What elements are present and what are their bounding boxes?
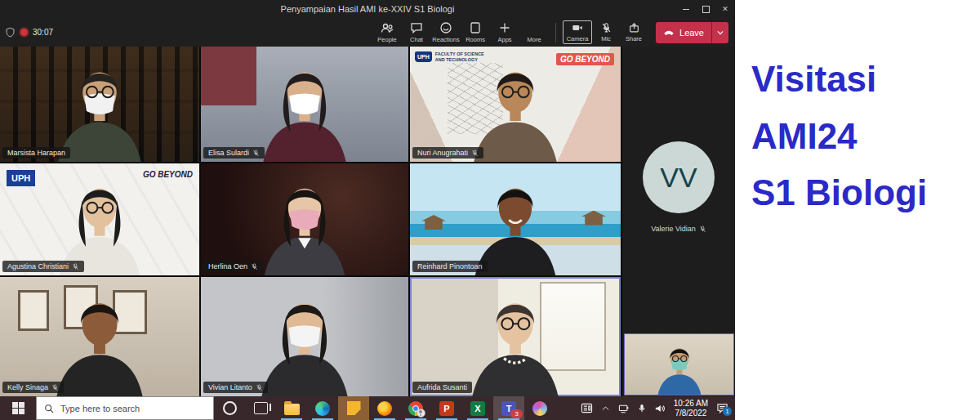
taskbar-app-cortana[interactable] <box>214 396 245 420</box>
participant-tile-nuri-anugrahati[interactable]: UPHFACULTY OF SCIENCE AND TECHNOLOGYGO B… <box>410 47 621 162</box>
participant-tile-agustina-christiani[interactable]: UPHGO BEYONDAgustina Christiani <box>0 163 199 275</box>
person-silhouette <box>47 170 153 275</box>
mic-button[interactable]: Mic <box>592 22 620 42</box>
cortana-icon <box>223 401 237 415</box>
more-icon <box>528 21 541 34</box>
speaker-icon[interactable] <box>654 404 666 413</box>
toolbar-tab-reactions[interactable]: Reactions <box>431 21 461 43</box>
meeting-timer: 30:07 <box>33 28 53 37</box>
edge-icon <box>315 401 330 416</box>
system-tray: 10:26 AM 7/8/2022 1 <box>581 396 735 420</box>
participant-tile-aufrida-susanti[interactable]: Aufrida Susanti <box>410 277 621 396</box>
participant-name-label: Marsista Harapan <box>2 147 70 159</box>
participant-tile-reinhard-pinontoan[interactable]: Reinhard Pinontoan <box>410 163 621 275</box>
chrome-profile-avatar <box>416 409 425 418</box>
person-silhouette <box>248 284 362 396</box>
taskbar-app-sticky-notes[interactable] <box>338 396 369 420</box>
stage-right-column: VV Valerie Vidian <box>622 47 735 396</box>
task-view-icon <box>254 402 268 414</box>
participant-name-label: Valerie Vidian <box>622 225 735 233</box>
maximize-button[interactable] <box>696 0 715 18</box>
participant-name-label: Nuri Anugrahati <box>412 147 483 159</box>
mic-muted-icon <box>251 263 258 270</box>
teams-unread-badge: 3 <box>510 409 523 418</box>
person-silhouette <box>462 170 568 275</box>
mic-muted-icon <box>252 150 260 157</box>
excel-icon: X <box>470 401 485 416</box>
start-button[interactable] <box>0 396 36 420</box>
search-input[interactable]: Type here to search <box>36 396 214 420</box>
person-silhouette <box>650 338 707 395</box>
minimize-button[interactable] <box>676 0 696 18</box>
toolbar-tab-chat[interactable]: Chat <box>402 21 431 43</box>
toolbar-divider <box>555 23 556 42</box>
participant-tile-herlina-oen[interactable]: Herlina Oen <box>201 163 408 275</box>
action-center-icon[interactable]: 1 <box>716 403 728 413</box>
participant-tile-marsista-harapan[interactable]: Marsista Harapan <box>0 47 199 162</box>
taskbar-app-file-explorer[interactable] <box>276 396 307 420</box>
tray-chevron-up-icon[interactable] <box>601 404 610 412</box>
taskbar-app-chrome[interactable] <box>400 396 431 420</box>
uph-shield-icon: UPH <box>415 51 432 62</box>
go-beyond-text: GO BEYOND <box>143 170 193 179</box>
go-beyond-text: GO BEYOND <box>556 53 614 65</box>
leave-button[interactable]: Leave <box>656 22 728 43</box>
taskbar-clock[interactable]: 10:26 AM 7/8/2022 <box>674 399 708 418</box>
side-note-text: VisitasiAMI24S1 Biologi <box>751 51 980 221</box>
toolbar-tab-more[interactable]: More <box>519 21 549 43</box>
apps-icon <box>498 21 511 34</box>
meeting-toolbar: 30:07 PeopleChatReactionsRoomsAppsMore C… <box>0 18 735 47</box>
chrome-icon <box>408 401 423 416</box>
toolbar-tab-people[interactable]: People <box>372 21 402 43</box>
participant-name-label: Reinhard Pinontoan <box>412 261 488 272</box>
participant-name-label: Kelly Sinaga <box>2 382 64 393</box>
person-silhouette <box>43 284 157 396</box>
reactions-icon <box>439 21 452 34</box>
share-button[interactable]: Share <box>620 22 648 42</box>
mic-muted-icon <box>471 150 479 157</box>
side-note-line: AMI24 <box>751 108 980 165</box>
participant-name-label: Vivian Litanto <box>203 382 268 393</box>
side-note-panel: VisitasiAMI24S1 Biologi <box>735 0 980 420</box>
participant-tile-kelly-sinaga[interactable]: Kelly Sinaga <box>0 277 199 396</box>
tray-mic-icon[interactable] <box>638 403 646 413</box>
firefox-icon <box>377 401 392 416</box>
taskbar-app-excel[interactable]: X <box>462 396 493 420</box>
uph-fast-logo: UPHFACULTY OF SCIENCE AND TECHNOLOGY <box>415 51 486 63</box>
windows-logo-icon <box>12 402 24 414</box>
people-icon <box>381 21 394 34</box>
share-icon <box>628 22 640 34</box>
side-note-line: S1 Biologi <box>751 164 980 221</box>
mic-muted-icon <box>72 263 79 270</box>
uph-logo: UPH <box>7 170 35 186</box>
teams-meeting-window: Penyampaian Hasil AMI ke-XXIV S1 Biologi… <box>0 0 735 396</box>
side-note-line: Visitasi <box>751 51 980 108</box>
notification-badge: 1 <box>723 407 732 416</box>
camera-button[interactable]: Camera <box>563 20 592 44</box>
leave-options-dropdown[interactable] <box>711 22 728 43</box>
taskbar-app-task-view[interactable] <box>245 396 276 420</box>
news-widget-icon[interactable] <box>581 403 593 413</box>
participant-name-label: Agustina Christiani <box>2 261 84 272</box>
taskbar-app-teams[interactable]: T3 <box>493 396 524 420</box>
toolbar-tab-apps[interactable]: Apps <box>490 21 519 43</box>
self-view-tile[interactable] <box>624 333 734 395</box>
taskbar-app-firefox[interactable] <box>369 396 400 420</box>
toolbar-tab-rooms[interactable]: Rooms <box>461 21 490 43</box>
participant-tile-vivian-litanto[interactable]: Vivian Litanto <box>201 277 408 396</box>
rooms-icon <box>469 21 482 34</box>
taskbar-app-paint[interactable] <box>524 396 555 420</box>
network-icon[interactable] <box>618 404 630 413</box>
avatar-initials: VV <box>660 162 697 194</box>
mic-muted-icon <box>600 22 612 34</box>
taskbar-app-edge[interactable] <box>307 396 338 420</box>
close-button[interactable]: ✕ <box>715 0 735 18</box>
chevron-down-icon <box>717 30 724 35</box>
person-silhouette <box>459 284 572 396</box>
taskbar-app-powerpoint[interactable]: P <box>431 396 462 420</box>
camera-icon <box>571 22 584 34</box>
participant-tile-elisa-sulardi[interactable]: Elisa Sulardi <box>201 47 408 162</box>
participant-name-label: Aufrida Susanti <box>412 382 472 393</box>
tray-date: 7/8/2022 <box>674 409 708 418</box>
meeting-title: Penyampaian Hasil AMI ke-XXIV S1 Biologi <box>0 4 735 14</box>
